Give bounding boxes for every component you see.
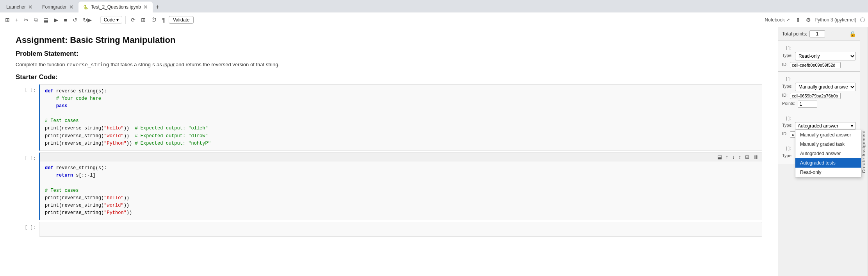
toolbar-nbformat[interactable]: ¶ [160, 16, 167, 24]
cell-2: [ ]: ⬓ ↑ ↓ ↕ ⊞ 🗑 def reverse_string(s): … [16, 152, 762, 220]
toolbar-paste[interactable]: ⬓ [41, 16, 50, 24]
toolbar-run[interactable]: ▶ [52, 16, 60, 24]
cell-2-prompt: [ ]: [16, 152, 39, 220]
toolbar-copy[interactable]: ⧉ [32, 15, 40, 24]
panel-row-type-1: Type: Read-only [782, 52, 856, 60]
kernel-selector-dropdown[interactable]: Code ▾ [100, 16, 123, 24]
panel-type-select-1[interactable]: Read-only [795, 52, 856, 60]
panel-row-type-2: Type: Manually graded answer [782, 83, 856, 91]
dropdown-item-read-only[interactable]: Read-only [795, 168, 861, 177]
kernel-status: Python 3 (ipykernel) [815, 17, 856, 23]
notebook-link[interactable]: Notebook ↗ [765, 17, 790, 23]
panel-section-1: [ ]: Type: Read-only ID: cell-caefb0e09e… [778, 41, 860, 72]
cell-1-code: def reverse_string(s): # Your code here … [40, 85, 762, 151]
panel-id-label-3: ID: [782, 131, 788, 136]
cell-copy-btn[interactable]: ⬓ [716, 154, 723, 160]
tab-notebook-close[interactable]: ✕ [143, 4, 148, 10]
cell-type-label: Code [104, 17, 115, 23]
panel-points-label-2: Points: [782, 101, 795, 106]
notebook-icon: 🐍 [83, 5, 89, 10]
right-panel: Total points: 1 🔒 [ ]: Type: Read-only I… [778, 27, 860, 276]
panel-row-id-2: ID: [782, 93, 856, 99]
total-points-input[interactable]: 1 [809, 30, 825, 37]
toolbar-grid[interactable]: ⊞ [139, 16, 148, 24]
panel-type-label-4: Type: [782, 153, 793, 158]
type-dropdown-3-value: Autograded answer [798, 123, 838, 129]
panel-id-label-1: ID: [782, 62, 788, 67]
dropdown-item-autograded-tests[interactable]: Autograded tests [795, 158, 861, 168]
problem-heading: Problem Statement: [16, 50, 762, 58]
toolbar-interrupt[interactable]: ■ [62, 16, 69, 24]
toolbar-cut[interactable]: ✂ [22, 16, 30, 24]
panel-points-input-2[interactable] [798, 101, 817, 108]
cell-1: [ ]: def reverse_string(s): # Your code … [16, 84, 762, 151]
cell-type-btn[interactable]: ⊞ [744, 154, 750, 160]
dropdown-item-manually-graded-task[interactable]: Manually graded task [795, 140, 861, 149]
tab-launcher-close[interactable]: ✕ [28, 4, 33, 10]
cell-3: [ ]: [16, 222, 762, 236]
cell-2-content[interactable]: ⬓ ↑ ↓ ↕ ⊞ 🗑 def reverse_string(s): retur… [39, 152, 762, 220]
kernel-indicator [860, 18, 865, 22]
type-dropdown-3-chevron: ▾ [851, 123, 853, 129]
tab-formgrader-label: Formgrader [42, 4, 67, 10]
toolbar-share[interactable]: ⬆ [794, 16, 802, 24]
tab-launcher[interactable]: Launcher ✕ [2, 2, 37, 12]
cell-1-prompt: [ ]: [16, 84, 39, 151]
notebook-area: Assignment: Basic String Manipulation Pr… [0, 27, 778, 276]
starter-heading: Starter Code: [16, 73, 762, 81]
tab-notebook-label: Test_2_Questions.ipynb [91, 4, 141, 10]
tab-launcher-label: Launcher [6, 4, 26, 10]
main-layout: Assignment: Basic String Manipulation Pr… [0, 27, 868, 276]
cell-down-btn[interactable]: ↓ [731, 154, 736, 160]
toolbar-restart-run-all[interactable]: ↻▶ [81, 16, 94, 24]
cell-delete-btn[interactable]: 🗑 [752, 154, 759, 160]
cell-2-toolbar: ⬓ ↑ ↓ ↕ ⊞ 🗑 [40, 153, 762, 161]
toolbar-refresh[interactable]: ⟳ [129, 16, 137, 24]
cell-3-content[interactable] [39, 222, 762, 236]
panel-type-select-2[interactable]: Manually graded answer [795, 83, 856, 91]
total-points-bar: Total points: 1 🔒 [778, 27, 860, 41]
cell-move-btn[interactable]: ↕ [738, 154, 743, 160]
panel-section-3: [ ]: Type: Autograded answer ▾ Manually … [778, 111, 860, 141]
panel-id-input-2[interactable] [790, 93, 841, 99]
tab-formgrader-close[interactable]: ✕ [69, 4, 74, 10]
panel-id-label-2: ID: [782, 93, 788, 97]
panel-section-2: [ ]: Type: Manually graded answer ID: Po… [778, 72, 860, 111]
tab-formgrader[interactable]: Formgrader ✕ [37, 2, 78, 12]
new-tab-button[interactable]: + [153, 2, 162, 12]
cell-type-chevron: ▾ [116, 17, 119, 23]
toolbar-jupyter-logo[interactable]: ⊞ [3, 16, 12, 24]
toolbar-add-cell[interactable]: + [13, 16, 20, 24]
notebook-title: Assignment: Basic String Manipulation [16, 35, 762, 45]
panel-row-type-3: Type: Autograded answer ▾ Manually grade… [782, 122, 856, 130]
panel-cell-ref-2: [ ]: [782, 75, 856, 81]
type-dropdown-3[interactable]: Autograded answer ▾ Manually graded answ… [795, 122, 856, 130]
panel-cell-ref-3: [ ]: [782, 114, 856, 120]
problem-text: Complete the function reverse_string tha… [16, 61, 762, 69]
cell-up-btn[interactable]: ↑ [725, 154, 730, 160]
panel-type-label-2: Type: [782, 84, 793, 88]
validate-button[interactable]: Validate [169, 16, 194, 24]
dropdown-item-autograded-answer[interactable]: Autograded answer [795, 149, 861, 158]
cell-1-content[interactable]: def reverse_string(s): # Your code here … [39, 84, 762, 151]
notebook-toolbar: ⊞ + ✂ ⧉ ⬓ ▶ ■ ↺ ↻▶ Code ▾ ⟳ ⊞ ⏱ ¶ Valida… [0, 12, 868, 27]
toolbar-sep1 [97, 16, 97, 24]
dropdown-item-manually-graded-answer[interactable]: Manually graded answer [795, 130, 861, 140]
toolbar-settings[interactable]: ⚙ [804, 16, 813, 24]
lock-icon[interactable]: 🔒 [849, 31, 856, 37]
type-dropdown-3-trigger[interactable]: Autograded answer ▾ [795, 122, 856, 130]
toolbar-clock[interactable]: ⏱ [149, 16, 159, 24]
panel-id-input-1[interactable]: cell-caefb0e09e59f52d [790, 62, 841, 68]
panel-cell-ref-1: [ ]: [782, 44, 856, 50]
cell-2-code: def reverse_string(s): return s[::-1] # … [40, 161, 762, 220]
panel-row-id-1: ID: cell-caefb0e09e59f52d [782, 62, 856, 68]
browser-tabs: Launcher ✕ Formgrader ✕ 🐍 Test_2_Questio… [0, 0, 868, 12]
panel-row-points-2: Points: [782, 101, 856, 108]
cell-3-prompt: [ ]: [16, 222, 39, 236]
tab-notebook[interactable]: 🐍 Test_2_Questions.ipynb ✕ [78, 2, 153, 12]
toolbar-restart[interactable]: ↺ [71, 16, 79, 24]
panel-type-label-1: Type: [782, 53, 793, 58]
type-dropdown-3-menu: Manually graded answer Manually graded t… [795, 130, 861, 177]
panel-type-label-3: Type: [782, 123, 793, 127]
cell-3-code [39, 222, 762, 236]
